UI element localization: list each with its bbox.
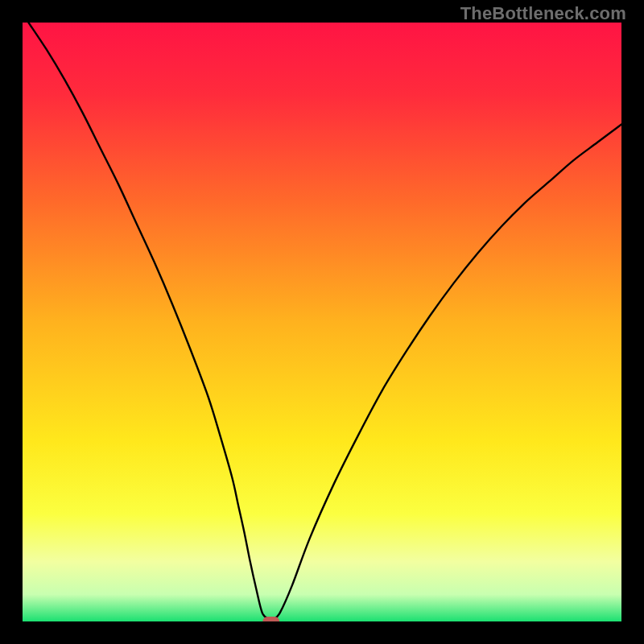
plot-area xyxy=(23,23,621,621)
chart-background xyxy=(23,23,621,621)
bottleneck-chart xyxy=(23,23,621,621)
optimum-marker xyxy=(262,617,279,621)
watermark-text: TheBottleneck.com xyxy=(460,3,626,24)
outer-frame: TheBottleneck.com xyxy=(0,0,644,644)
